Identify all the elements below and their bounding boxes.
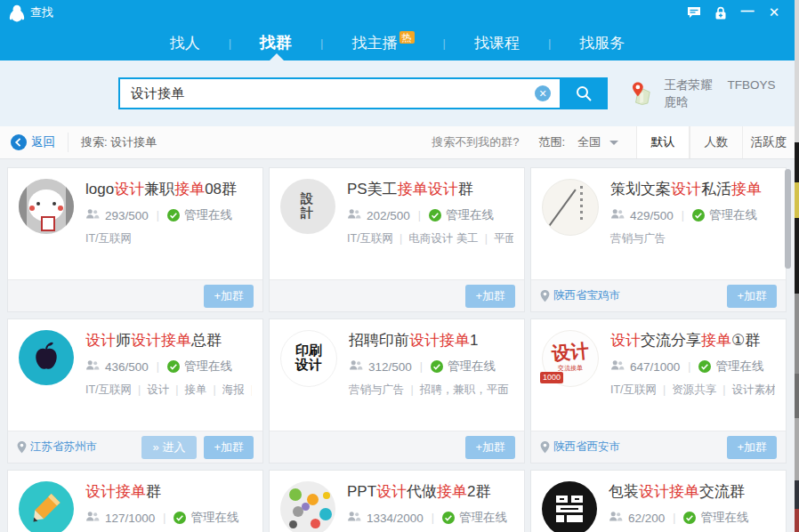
group-card[interactable]: 印刷设计招聘印前设计接单1312/500|管理在线营销与广告|招聘，兼职，平面|… bbox=[269, 318, 525, 463]
title-text: 交流分享 bbox=[641, 332, 701, 349]
group-card[interactable]: PPT设计代做接单2群1334/2000|管理在线+加群 bbox=[269, 470, 525, 532]
meta-divider: | bbox=[432, 512, 434, 524]
minimize-icon[interactable]: — bbox=[734, 0, 761, 26]
title-highlight: 设计 bbox=[376, 483, 407, 500]
members-icon bbox=[349, 359, 363, 375]
group-meta: 647/1000|管理在线 bbox=[610, 359, 775, 375]
members-icon bbox=[610, 207, 625, 223]
group-tag: 海报 bbox=[222, 383, 245, 396]
join-group-button[interactable]: +加群 bbox=[727, 436, 777, 459]
tag-divider: | bbox=[411, 383, 414, 396]
group-card[interactable]: 設計PS美工接单设计群202/500|管理在线IT/互联网|电商设计 美工|平面… bbox=[269, 167, 525, 312]
group-title[interactable]: PS美工接单设计群 bbox=[347, 179, 513, 199]
group-title[interactable]: 策划文案设计私活接单 bbox=[610, 179, 762, 199]
title-text: 策划文案 bbox=[610, 181, 671, 197]
group-card-body: logo设计兼职接单08群293/500|管理在线IT/互联网 bbox=[8, 168, 262, 257]
group-card[interactable]: 策划文案设计私活接单429/500|管理在线营销与广告陕西省宝鸡市+加群 bbox=[530, 167, 787, 312]
nav-tab-separator: | bbox=[320, 36, 323, 50]
sort-tab-1[interactable]: 默认 bbox=[636, 126, 690, 158]
title-text: 1 bbox=[470, 332, 478, 349]
sort-tab-2[interactable]: 人数 bbox=[690, 126, 742, 158]
group-card-body: PPT设计代做接单2群1334/2000|管理在线 bbox=[270, 471, 524, 532]
avatar-text: 设计 bbox=[543, 340, 598, 364]
search-query-label: 搜索: 设计接单 bbox=[81, 134, 157, 150]
title-text: 代做 bbox=[407, 483, 437, 500]
nav-tab-3[interactable]: 找主播热 bbox=[347, 33, 420, 53]
join-group-button[interactable]: +加群 bbox=[204, 436, 254, 459]
group-card[interactable]: 包装设计接单交流群62/200|管理在线+加群 bbox=[530, 470, 787, 532]
group-card[interactable]: 设计交流接单1000设计交流分享接单①群647/1000|管理在线IT/互联网|… bbox=[530, 318, 787, 463]
footer-buttons: +加群 bbox=[465, 285, 515, 308]
join-group-button[interactable]: +加群 bbox=[727, 285, 777, 308]
close-icon[interactable]: ✕ bbox=[761, 2, 787, 23]
title-highlight: 接单 bbox=[731, 181, 762, 197]
member-count: 293/500 bbox=[105, 209, 149, 222]
nav-tab-1[interactable]: 找人 bbox=[165, 33, 206, 53]
group-info: 设计师设计接单总群436/500|管理在线IT/互联网|设计|接单|海报|淘..… bbox=[85, 330, 252, 398]
group-tag: IT/互联网 bbox=[610, 383, 657, 396]
nav-tab-5[interactable]: 找服务 bbox=[574, 33, 630, 53]
nav-tab-2[interactable]: 找群 bbox=[254, 32, 297, 53]
search-section: ✕ 王者荣耀TFBOYS鹿晗 bbox=[0, 60, 795, 126]
search-input[interactable] bbox=[118, 77, 560, 109]
nav-tab-label: 找群 bbox=[260, 32, 292, 53]
group-tag: 设计 bbox=[147, 383, 169, 396]
join-group-button[interactable]: +加群 bbox=[204, 285, 254, 308]
group-avatar bbox=[542, 481, 597, 532]
nav-tab-4[interactable]: 找课程 bbox=[469, 33, 525, 53]
admin-online-icon bbox=[167, 360, 180, 373]
hot-search-item[interactable]: 王者荣耀 bbox=[665, 78, 713, 92]
enter-group-button[interactable]: » 进入 bbox=[141, 436, 198, 459]
sort-tab-3[interactable]: 活跃度 bbox=[742, 126, 795, 158]
join-group-button[interactable]: +加群 bbox=[465, 436, 515, 459]
group-card[interactable]: logo设计兼职接单08群293/500|管理在线IT/互联网+加群 bbox=[7, 167, 263, 312]
group-card[interactable]: 设计师设计接单总群436/500|管理在线IT/互联网|设计|接单|海报|淘..… bbox=[7, 318, 263, 463]
title-text: 私活 bbox=[701, 181, 731, 197]
group-info: 设计接单群127/1000|管理在线 bbox=[85, 481, 238, 532]
member-count: 647/1000 bbox=[630, 360, 680, 374]
scrollbar-thumb[interactable] bbox=[785, 169, 791, 269]
group-info: PS美工接单设计群202/500|管理在线IT/互联网|电商设计 美工|平面设.… bbox=[347, 179, 513, 246]
join-group-button[interactable]: +加群 bbox=[465, 285, 515, 308]
meta-divider: | bbox=[682, 209, 684, 222]
admin-online-label: 管理在线 bbox=[190, 510, 238, 526]
group-title[interactable]: 设计接单群 bbox=[85, 481, 238, 502]
meta-divider: | bbox=[673, 512, 675, 524]
group-card[interactable]: 设计接单群127/1000|管理在线+加群 bbox=[7, 470, 263, 532]
cant-find-group-link[interactable]: 搜索不到我的群? bbox=[432, 134, 519, 150]
back-button[interactable]: 返回 bbox=[0, 133, 69, 152]
group-title[interactable]: PPT设计代做接单2群 bbox=[347, 481, 507, 502]
group-title[interactable]: logo设计兼职接单08群 bbox=[85, 179, 237, 199]
tag-divider: | bbox=[485, 232, 488, 245]
group-location: 陕西省宝鸡市 bbox=[540, 288, 620, 303]
lock-icon[interactable] bbox=[707, 2, 734, 23]
group-title[interactable]: 设计交流分享接单①群 bbox=[610, 330, 775, 351]
group-avatar bbox=[19, 481, 74, 532]
clear-search-icon[interactable]: ✕ bbox=[535, 85, 551, 101]
location-label: 陕西省宝鸡市 bbox=[553, 288, 620, 303]
filter-bar: 返回 搜索: 设计接单 搜索不到我的群? 范围: 全国 默认人数活跃度 bbox=[0, 126, 795, 159]
nav-tab-label: 找主播 bbox=[352, 33, 398, 53]
group-title[interactable]: 包装设计接单交流群 bbox=[609, 481, 748, 502]
group-avatar bbox=[19, 179, 74, 234]
group-title[interactable]: 招聘印前设计接单1 bbox=[349, 330, 513, 351]
admin-online-icon bbox=[174, 512, 186, 524]
tag-divider: | bbox=[175, 383, 178, 396]
avatar-art: 設計 bbox=[280, 179, 335, 234]
title-highlight: 接单 bbox=[701, 332, 731, 349]
group-avatar: 印刷设计 bbox=[280, 330, 337, 387]
group-results-grid: logo设计兼职接单08群293/500|管理在线IT/互联网+加群設計PS美工… bbox=[0, 159, 795, 532]
scope-dropdown[interactable]: 全国 bbox=[577, 134, 618, 150]
group-title[interactable]: 设计师设计接单总群 bbox=[85, 330, 252, 351]
feedback-icon[interactable] bbox=[681, 2, 707, 23]
avatar-art bbox=[280, 481, 335, 532]
search-button[interactable] bbox=[560, 77, 608, 109]
member-count: 127/1000 bbox=[105, 512, 155, 525]
hot-search-item[interactable]: 鹿晗 bbox=[665, 95, 689, 109]
hot-search-item[interactable]: TFBOYS bbox=[728, 78, 776, 92]
avatar-dot bbox=[311, 519, 320, 528]
tag-divider: | bbox=[214, 383, 216, 396]
title-highlight: 接单 bbox=[174, 181, 205, 197]
group-card-body: 设计交流接单1000设计交流分享接单①群647/1000|管理在线IT/互联网|… bbox=[531, 319, 786, 408]
avatar-art bbox=[19, 179, 74, 234]
